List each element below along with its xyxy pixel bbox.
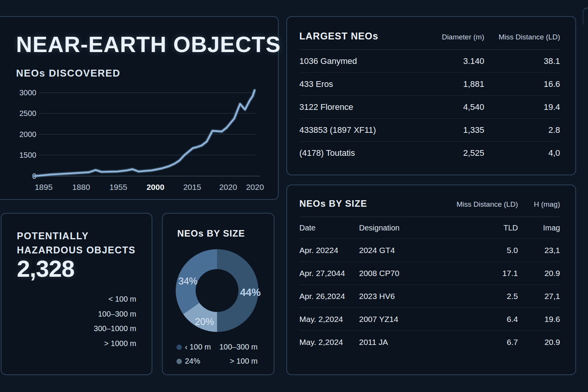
x-axis-tick-label: 1895 — [35, 183, 53, 191]
neo-dashboard: { "header": { "title": "NEAR-EARTH OBJEC… — [0, 0, 588, 392]
y-axis-tick-label: 2000 — [20, 130, 37, 139]
x-axis-tick-label: 1880 — [72, 183, 90, 191]
table-row: 433853 (1897 XF11)1,3352.8 — [299, 119, 560, 142]
table-row: May. 2,20242011 JA6.720.9 — [299, 331, 560, 353]
pho-title-line2: HAZARDOUS OBJECTS — [17, 245, 136, 255]
table-card-header: NEOs BY SIZE Miss Distance (LD) H (mag) — [287, 185, 575, 209]
offscreen-card-corner — [583, 8, 588, 24]
table-cell: 20.9 — [518, 338, 560, 347]
table-cell: Apr. 26,2024 — [299, 292, 359, 301]
pho-count: 2,328 — [17, 255, 74, 282]
legend-label: 100–300 m — [219, 343, 258, 351]
neos-by-size-donut-card: NEOs BY SIZE 34% 44% 20% ‹ 100 m 100–300… — [162, 213, 274, 375]
legend-entry: ‹ 100 m — [176, 343, 211, 351]
neos-discovered-line-chart: 3000250020001500018951880195520002015202… — [0, 17, 279, 201]
approaches-rows: Apr. 202242024 GT45.023,1Apr. 27,2044200… — [299, 239, 560, 353]
largest-neos-title: LARGEST NEOs — [299, 31, 408, 42]
table-column-headers: Date Designation TLD Imag — [299, 217, 560, 239]
legend-label: ‹ 100 m — [185, 343, 211, 351]
table-cell: 2008 CP70 — [359, 269, 468, 278]
column-header-date: Date — [299, 224, 359, 232]
table-cell: 2007 YZ14 — [359, 315, 468, 324]
table-cell: 2011 JA — [359, 338, 468, 347]
table-cell: 38.1 — [484, 56, 560, 66]
pho-title: POTENTIALLY HAZARDOUS OBJECTS — [17, 229, 136, 257]
y-axis-tick-label: 3000 — [20, 88, 37, 97]
size-bin: < 100 m — [94, 292, 136, 307]
table-cell: Apr. 27,2044 — [299, 269, 359, 278]
table-row: May. 2,20242007 YZ146.419.6 — [299, 308, 560, 331]
column-header-miss-distance: Miss Distance (LD) — [484, 33, 560, 41]
table-cell: 6.4 — [468, 315, 518, 324]
table-cell: 2.8 — [484, 125, 560, 135]
table-cell: 2023 HV6 — [359, 292, 468, 301]
neos-discovered-card: NEAR-EARTH OBJECTS NEOs DISCOVERED 30002… — [0, 16, 279, 200]
table-row: Apr. 202242024 GT45.023,1 — [299, 239, 560, 262]
slice-label-34: 34% — [178, 276, 198, 287]
column-header-imag: Imag — [518, 224, 560, 232]
table-cell: 1,881 — [408, 79, 484, 89]
table-cell: 3.140 — [408, 56, 484, 66]
table-cell: 433 Eros — [299, 79, 408, 89]
size-bin: 100–300 m — [94, 307, 136, 322]
donut-legend: ‹ 100 m 100–300 m 24% > 100 m — [176, 340, 258, 368]
column-header-designation: Designation — [359, 224, 468, 232]
table-cell: 5.0 — [468, 246, 518, 255]
legend-dot — [176, 359, 182, 364]
table-row: 433 Eros1,88116.6 — [299, 73, 560, 96]
table-row: Apr. 27,20442008 CP7017.120.9 — [299, 262, 560, 285]
table-cell: 19.6 — [518, 315, 560, 324]
table-row: 3122 Florence4,54019.4 — [299, 96, 560, 119]
column-header-tld: TLD — [468, 224, 518, 232]
discovery-trend-line — [34, 90, 255, 176]
table-cell: 20.9 — [518, 269, 560, 278]
x-axis-tick-label: 1955 — [109, 183, 127, 191]
table-cell: May. 2,2024 — [299, 338, 359, 347]
legend-label: > 100 m — [230, 357, 258, 366]
table-cell: 19.4 — [484, 102, 560, 112]
legend-entry: 24% — [176, 357, 200, 366]
largest-neos-rows: 1036 Ganymed3.14038.1433 Eros1,88116.631… — [299, 50, 560, 164]
table-cell: 4,0 — [484, 148, 560, 158]
table-cell: 27,1 — [518, 292, 560, 301]
y-axis-tick-label: 1500 — [20, 151, 37, 159]
table-cell: 16.6 — [484, 79, 560, 89]
legend-row: 24% > 100 m — [176, 354, 258, 368]
legend-label: 24% — [185, 357, 200, 366]
y-axis-tick-label: 2500 — [20, 109, 37, 118]
largest-neos-header: LARGEST NEOs Diameter (m) Miss Distance … — [287, 17, 575, 42]
table-cell: May. 2,2024 — [299, 315, 359, 324]
table-cell: 2,525 — [408, 148, 484, 158]
table-row: Apr. 26,20242023 HV62.527,1 — [299, 285, 560, 308]
column-header-diameter: Diameter (m) — [408, 33, 484, 41]
x-axis-tick-label: 2000 — [147, 183, 165, 191]
pho-size-bins: < 100 m 100–300 m 300–1000 m > 1000 m — [94, 292, 136, 351]
table-row: 1036 Ganymed3.14038.1 — [299, 50, 560, 73]
table-row: (4178) Toutatis2,5254,0 — [299, 142, 560, 164]
column-header-h-mag: H (mag) — [518, 200, 560, 209]
table-cell: 17.1 — [468, 269, 518, 278]
donut-title: NEOs BY SIZE — [177, 228, 245, 239]
table-cell: 1,335 — [408, 125, 484, 135]
largest-neos-card: LARGEST NEOs Diameter (m) Miss Distance … — [286, 16, 576, 175]
table-cell: 4,540 — [408, 102, 484, 112]
table-cell: (4178) Toutatis — [299, 148, 408, 158]
pho-title-line1: POTENTIALLY — [17, 230, 89, 241]
table-cell: 1036 Ganymed — [299, 56, 408, 66]
neos-by-size-table-card: NEOs BY SIZE Miss Distance (LD) H (mag) … — [286, 185, 576, 375]
table-cell: 6.7 — [468, 338, 518, 347]
table-cell: 433853 (1897 XF11) — [299, 125, 408, 135]
column-header-miss-distance: Miss Distance (LD) — [457, 200, 518, 209]
potentially-hazardous-card: POTENTIALLY HAZARDOUS OBJECTS 2,328 < 10… — [1, 213, 152, 375]
x-axis-tick-label: 2020 — [219, 183, 237, 191]
slice-label-44: 44% — [240, 287, 261, 299]
size-bin: 300–1000 m — [94, 321, 136, 336]
legend-dot — [176, 345, 182, 350]
table-cell: 3122 Florence — [299, 102, 408, 112]
table-cell: 23,1 — [518, 246, 560, 255]
x-axis-tick-label: 2020 — [246, 183, 264, 191]
table-card-title: NEOs BY SIZE — [299, 198, 457, 209]
legend-row: ‹ 100 m 100–300 m — [176, 340, 258, 354]
table-cell: 2.5 — [468, 292, 518, 301]
size-bin: > 1000 m — [94, 336, 136, 351]
